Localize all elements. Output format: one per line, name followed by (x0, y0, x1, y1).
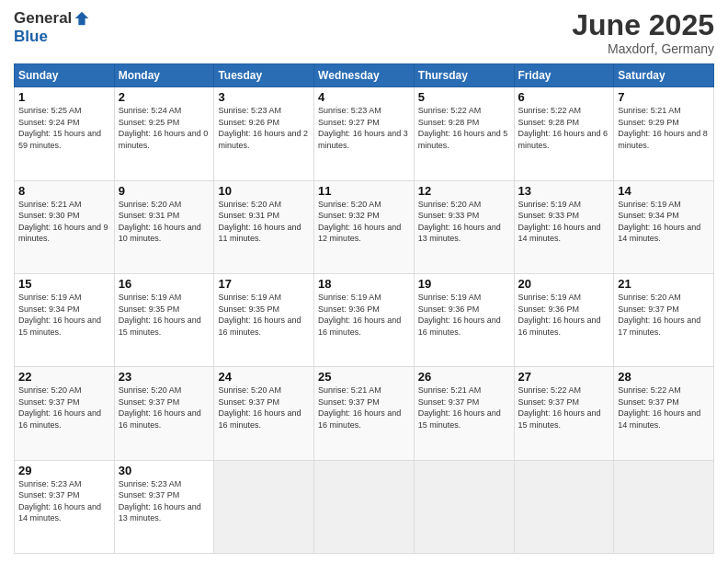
calendar-cell: 23 Sunrise: 5:20 AMSunset: 9:37 PMDaylig… (114, 367, 214, 460)
day-info: Sunrise: 5:19 AMSunset: 9:34 PMDaylight:… (18, 292, 110, 338)
calendar-cell: 20 Sunrise: 5:19 AMSunset: 9:36 PMDaylig… (514, 273, 614, 366)
calendar-cell: 5 Sunrise: 5:22 AMSunset: 9:28 PMDayligh… (414, 87, 514, 180)
calendar-cell: 15 Sunrise: 5:19 AMSunset: 9:34 PMDaylig… (15, 273, 115, 366)
day-info: Sunrise: 5:19 AMSunset: 9:36 PMDaylight:… (418, 292, 510, 338)
calendar-week-row: 8 Sunrise: 5:21 AMSunset: 9:30 PMDayligh… (15, 180, 714, 273)
day-info: Sunrise: 5:21 AMSunset: 9:30 PMDaylight:… (18, 199, 110, 245)
day-info: Sunrise: 5:19 AMSunset: 9:33 PMDaylight:… (518, 199, 610, 245)
svg-marker-0 (75, 12, 88, 25)
day-number: 29 (18, 464, 110, 477)
calendar-header-cell: Friday (514, 64, 614, 87)
calendar-header-cell: Sunday (15, 64, 115, 87)
calendar-cell: 10 Sunrise: 5:20 AMSunset: 9:31 PMDaylig… (214, 180, 314, 273)
title-area: June 2025 Maxdorf, Germany (572, 9, 714, 56)
calendar-cell (314, 460, 415, 553)
page: General Blue June 2025 Maxdorf, Germany … (0, 0, 728, 563)
calendar-cell: 25 Sunrise: 5:21 AMSunset: 9:37 PMDaylig… (314, 367, 415, 460)
day-info: Sunrise: 5:23 AMSunset: 9:27 PMDaylight:… (318, 105, 410, 151)
day-info: Sunrise: 5:22 AMSunset: 9:28 PMDaylight:… (418, 105, 510, 151)
day-info: Sunrise: 5:19 AMSunset: 9:35 PMDaylight:… (218, 292, 310, 338)
logo-icon (74, 10, 90, 27)
calendar-cell: 3 Sunrise: 5:23 AMSunset: 9:26 PMDayligh… (214, 87, 314, 180)
calendar-cell: 6 Sunrise: 5:22 AMSunset: 9:28 PMDayligh… (514, 87, 614, 180)
calendar-cell (214, 460, 314, 553)
day-number: 7 (618, 90, 710, 104)
calendar-cell: 11 Sunrise: 5:20 AMSunset: 9:32 PMDaylig… (314, 180, 415, 273)
day-info: Sunrise: 5:20 AMSunset: 9:33 PMDaylight:… (418, 199, 510, 245)
day-number: 6 (518, 90, 610, 104)
day-number: 10 (218, 184, 310, 198)
calendar-week-row: 29 Sunrise: 5:23 AMSunset: 9:37 PMDaylig… (15, 460, 714, 553)
location: Maxdorf, Germany (572, 41, 714, 56)
day-info: Sunrise: 5:24 AMSunset: 9:25 PMDaylight:… (119, 105, 210, 151)
day-info: Sunrise: 5:23 AMSunset: 9:37 PMDaylight:… (18, 478, 110, 524)
day-info: Sunrise: 5:21 AMSunset: 9:37 PMDaylight:… (418, 385, 510, 431)
day-number: 22 (18, 370, 110, 384)
calendar-body: 1 Sunrise: 5:25 AMSunset: 9:24 PMDayligh… (15, 87, 714, 554)
day-number: 15 (18, 277, 110, 291)
calendar-cell: 27 Sunrise: 5:22 AMSunset: 9:37 PMDaylig… (514, 367, 614, 460)
calendar-cell: 19 Sunrise: 5:19 AMSunset: 9:36 PMDaylig… (414, 273, 514, 366)
day-number: 30 (119, 464, 210, 477)
day-info: Sunrise: 5:20 AMSunset: 9:31 PMDaylight:… (119, 199, 210, 245)
day-info: Sunrise: 5:20 AMSunset: 9:37 PMDaylight:… (218, 385, 310, 431)
calendar-header-cell: Tuesday (214, 64, 314, 87)
calendar-cell: 18 Sunrise: 5:19 AMSunset: 9:36 PMDaylig… (314, 273, 415, 366)
day-info: Sunrise: 5:25 AMSunset: 9:24 PMDaylight:… (18, 105, 110, 151)
day-number: 26 (418, 370, 510, 384)
logo-blue: Blue (14, 28, 48, 45)
day-number: 11 (318, 184, 410, 198)
day-number: 13 (518, 184, 610, 198)
calendar-cell: 14 Sunrise: 5:19 AMSunset: 9:34 PMDaylig… (614, 180, 714, 273)
calendar-cell (414, 460, 514, 553)
day-info: Sunrise: 5:23 AMSunset: 9:26 PMDaylight:… (218, 105, 310, 151)
day-info: Sunrise: 5:20 AMSunset: 9:37 PMDaylight:… (119, 385, 210, 431)
day-info: Sunrise: 5:22 AMSunset: 9:28 PMDaylight:… (518, 105, 610, 151)
calendar-cell: 21 Sunrise: 5:20 AMSunset: 9:37 PMDaylig… (614, 273, 714, 366)
calendar-cell: 26 Sunrise: 5:21 AMSunset: 9:37 PMDaylig… (414, 367, 514, 460)
day-info: Sunrise: 5:20 AMSunset: 9:31 PMDaylight:… (218, 199, 310, 245)
day-number: 24 (218, 370, 310, 384)
calendar-cell: 17 Sunrise: 5:19 AMSunset: 9:35 PMDaylig… (214, 273, 314, 366)
calendar-cell: 12 Sunrise: 5:20 AMSunset: 9:33 PMDaylig… (414, 180, 514, 273)
day-number: 18 (318, 277, 410, 291)
calendar-week-row: 15 Sunrise: 5:19 AMSunset: 9:34 PMDaylig… (15, 273, 714, 366)
calendar-header-cell: Saturday (614, 64, 714, 87)
logo-general: General (14, 9, 72, 28)
day-info: Sunrise: 5:21 AMSunset: 9:37 PMDaylight:… (318, 385, 410, 431)
calendar-header-cell: Wednesday (314, 64, 415, 87)
day-info: Sunrise: 5:19 AMSunset: 9:34 PMDaylight:… (618, 199, 710, 245)
day-info: Sunrise: 5:23 AMSunset: 9:37 PMDaylight:… (119, 478, 210, 524)
calendar-cell: 7 Sunrise: 5:21 AMSunset: 9:29 PMDayligh… (614, 87, 714, 180)
day-info: Sunrise: 5:22 AMSunset: 9:37 PMDaylight:… (518, 385, 610, 431)
day-info: Sunrise: 5:20 AMSunset: 9:37 PMDaylight:… (618, 292, 710, 338)
day-info: Sunrise: 5:19 AMSunset: 9:36 PMDaylight:… (518, 292, 610, 338)
header: General Blue June 2025 Maxdorf, Germany (14, 9, 714, 56)
day-info: Sunrise: 5:21 AMSunset: 9:29 PMDaylight:… (618, 105, 710, 151)
calendar-cell: 16 Sunrise: 5:19 AMSunset: 9:35 PMDaylig… (114, 273, 214, 366)
day-number: 27 (518, 370, 610, 384)
calendar-cell: 24 Sunrise: 5:20 AMSunset: 9:37 PMDaylig… (214, 367, 314, 460)
calendar-cell: 1 Sunrise: 5:25 AMSunset: 9:24 PMDayligh… (15, 87, 115, 180)
day-number: 17 (218, 277, 310, 291)
calendar-cell: 22 Sunrise: 5:20 AMSunset: 9:37 PMDaylig… (15, 367, 115, 460)
calendar-week-row: 22 Sunrise: 5:20 AMSunset: 9:37 PMDaylig… (15, 367, 714, 460)
day-info: Sunrise: 5:20 AMSunset: 9:37 PMDaylight:… (18, 385, 110, 431)
day-number: 3 (218, 90, 310, 104)
day-info: Sunrise: 5:22 AMSunset: 9:37 PMDaylight:… (618, 385, 710, 431)
day-number: 9 (119, 184, 210, 198)
logo: General Blue (14, 9, 90, 46)
calendar-cell: 30 Sunrise: 5:23 AMSunset: 9:37 PMDaylig… (114, 460, 214, 553)
calendar-cell: 29 Sunrise: 5:23 AMSunset: 9:37 PMDaylig… (15, 460, 115, 553)
calendar-cell: 13 Sunrise: 5:19 AMSunset: 9:33 PMDaylig… (514, 180, 614, 273)
calendar-cell (514, 460, 614, 553)
day-number: 4 (318, 90, 410, 104)
calendar-cell (614, 460, 714, 553)
calendar-table: SundayMondayTuesdayWednesdayThursdayFrid… (14, 63, 714, 554)
day-number: 8 (18, 184, 110, 198)
calendar-cell: 2 Sunrise: 5:24 AMSunset: 9:25 PMDayligh… (114, 87, 214, 180)
day-info: Sunrise: 5:19 AMSunset: 9:35 PMDaylight:… (119, 292, 210, 338)
day-number: 21 (618, 277, 710, 291)
day-number: 28 (618, 370, 710, 384)
day-info: Sunrise: 5:20 AMSunset: 9:32 PMDaylight:… (318, 199, 410, 245)
